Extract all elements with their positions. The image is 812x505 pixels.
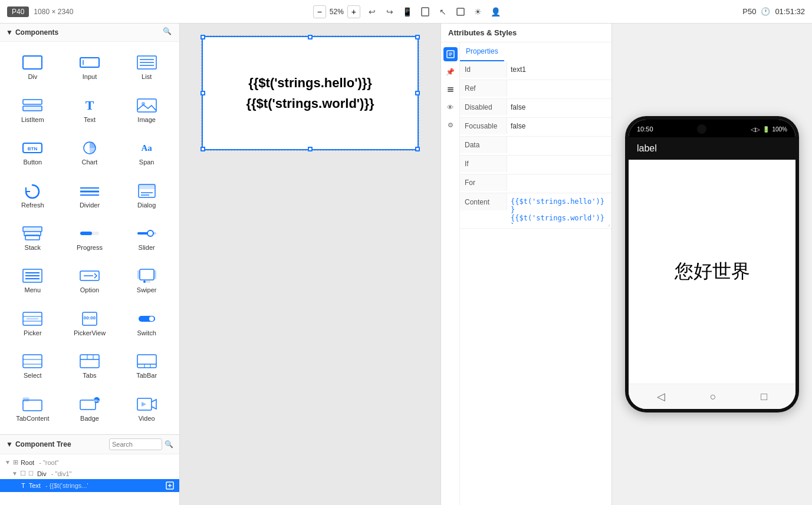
components-title: ▼ Components — [6, 28, 58, 37]
phone-home-button[interactable]: ○ — [710, 391, 716, 403]
redo-button[interactable]: ↪ — [383, 5, 397, 19]
component-video[interactable]: Video — [119, 388, 175, 430]
attributes-content: 📌 👁 ⚙ Properties Id — [441, 42, 612, 505]
component-swiper[interactable]: Swiper — [119, 260, 175, 301]
handle-bc[interactable] — [308, 147, 313, 151]
prop-disabled: Disabled — [460, 99, 612, 118]
component-input[interactable]: Input — [62, 47, 118, 88]
canvas-area[interactable]: {{$t('strings.hello')}} {{$t('strings.wo… — [180, 24, 440, 505]
component-listitem[interactable]: ListItem — [5, 89, 61, 130]
prop-if-input[interactable] — [511, 158, 608, 170]
pin-icon[interactable]: 📌 — [443, 65, 458, 79]
component-stack[interactable]: Stack — [5, 217, 61, 259]
prop-ref-value — [507, 80, 612, 97]
sun-icon[interactable]: ☀ — [471, 5, 485, 19]
prop-focusable-value — [507, 118, 612, 134]
svg-rect-9 — [23, 100, 42, 104]
component-tabbar[interactable]: TabBar — [119, 345, 175, 387]
prop-focusable-input[interactable] — [511, 120, 608, 132]
canvas-selection-box[interactable]: {{$t('strings.hello')}} {{$t('strings.wo… — [202, 36, 419, 150]
prop-data-input[interactable] — [511, 139, 608, 151]
cursor-tool-button[interactable]: ↖ — [436, 5, 450, 19]
component-picker[interactable]: Picker — [5, 303, 61, 344]
phone-back-button[interactable]: ◁ — [657, 390, 665, 403]
side-icons: 📌 👁 ⚙ — [441, 42, 460, 505]
text-action-icon[interactable] — [165, 481, 175, 490]
properties-tab[interactable]: Properties — [460, 42, 504, 61]
tablet-view-button[interactable] — [418, 5, 432, 19]
resolution-label: 1080 × 2340 — [34, 8, 73, 16]
svg-rect-0 — [422, 8, 429, 16]
left-panel: ▼ Components 🔍 Div Input — [0, 24, 180, 505]
prop-id-input[interactable] — [511, 64, 608, 75]
component-span[interactable]: Aa Span — [119, 132, 175, 173]
prop-content-textarea[interactable] — [511, 196, 608, 224]
component-badge[interactable]: 99+ Badge — [62, 388, 118, 430]
tree-search-icon[interactable]: 🔍 — [165, 440, 173, 448]
component-pickerview[interactable]: 00:00 PickerView — [62, 303, 118, 344]
layers-icon[interactable] — [443, 82, 458, 97]
tree-item-text[interactable]: T Text - {{$t('strings...' — [0, 479, 179, 492]
menu-icon — [22, 268, 43, 284]
progress-label: Progress — [77, 244, 103, 251]
component-tabcontent[interactable]: TabContent — [5, 388, 61, 430]
component-list[interactable]: List — [119, 47, 175, 88]
svg-rect-78 — [448, 91, 453, 92]
handle-ml[interactable] — [200, 91, 205, 95]
handle-tr[interactable] — [415, 35, 420, 39]
handle-tl[interactable] — [200, 35, 205, 39]
div-expand-icon[interactable]: ▼ — [12, 470, 18, 477]
phone-view-button[interactable]: 📱 — [400, 5, 415, 19]
component-option[interactable]: Option — [62, 260, 118, 301]
component-select[interactable]: Select — [5, 345, 61, 387]
root-expand-icon[interactable]: ▼ — [5, 459, 11, 466]
component-refresh[interactable]: Refresh — [5, 174, 61, 216]
svg-text:BTN: BTN — [28, 146, 38, 151]
handle-tc[interactable] — [308, 35, 313, 39]
component-divider[interactable]: Divider — [62, 174, 118, 216]
properties-tab-icon[interactable] — [443, 47, 458, 61]
svg-rect-54 — [80, 355, 99, 368]
chart-icon — [79, 140, 100, 156]
zoom-in-button[interactable]: + — [347, 5, 360, 18]
badge-label: Badge — [80, 415, 99, 422]
tree-item-div[interactable]: ▼ ☐ ☐ Div - "div1" — [0, 468, 179, 479]
component-switch[interactable]: Switch — [119, 303, 175, 344]
component-image[interactable]: Image — [119, 89, 175, 130]
component-slider[interactable]: Slider — [119, 217, 175, 259]
tree-collapse-icon[interactable]: ▼ — [6, 440, 13, 448]
component-div[interactable]: Div — [5, 47, 61, 88]
resize-handle[interactable]: ⌟ — [607, 220, 610, 227]
frame-tool-button[interactable] — [453, 5, 468, 19]
people-icon[interactable]: 👤 — [489, 5, 503, 19]
component-text[interactable]: T Text — [62, 89, 118, 130]
zoom-out-button[interactable]: − — [313, 5, 326, 18]
component-menu[interactable]: Menu — [5, 260, 61, 301]
zoom-value: 52% — [330, 8, 344, 16]
properties-panel: Properties Id Ref Disable — [460, 42, 612, 505]
collapse-icon[interactable]: ▼ — [6, 28, 13, 37]
gear-icon[interactable]: ⚙ — [443, 118, 458, 132]
handle-mr[interactable] — [415, 91, 420, 95]
handle-bl[interactable] — [200, 147, 205, 151]
button-label: Button — [23, 159, 42, 166]
component-progress[interactable]: Progress — [62, 217, 118, 259]
phone-recents-button[interactable]: □ — [761, 391, 767, 403]
svg-point-42 — [148, 280, 150, 283]
tree-items: ▼ ⊞ Root - "root" ▼ ☐ ☐ Div - "div1" T T… — [0, 454, 179, 494]
eye-icon[interactable]: 👁 — [443, 100, 458, 114]
svg-rect-76 — [448, 87, 453, 88]
component-button[interactable]: BTN Button — [5, 132, 61, 173]
prop-ref-input[interactable] — [511, 82, 608, 94]
handle-br[interactable] — [415, 147, 420, 151]
tree-item-root[interactable]: ▼ ⊞ Root - "root" — [0, 457, 179, 468]
component-dialog[interactable]: Dialog — [119, 174, 175, 216]
prop-disabled-input[interactable] — [511, 101, 608, 113]
tree-search-input[interactable] — [109, 438, 162, 450]
svg-point-41 — [146, 280, 148, 283]
component-tabs[interactable]: Tabs — [62, 345, 118, 387]
prop-for-input[interactable] — [511, 177, 608, 189]
undo-button[interactable]: ↩ — [365, 5, 379, 19]
component-chart[interactable]: Chart — [62, 132, 118, 173]
components-search-button[interactable]: 🔍 — [163, 27, 173, 38]
